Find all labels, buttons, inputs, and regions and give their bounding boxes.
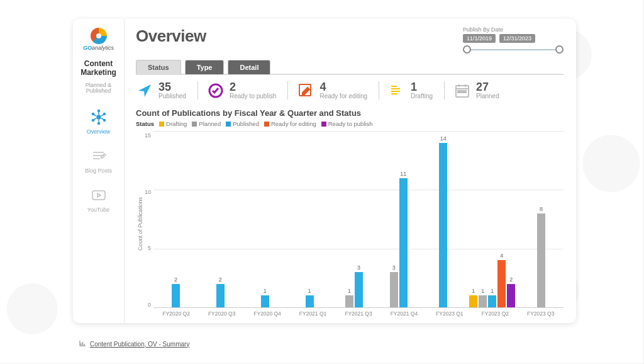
sidebar-item-blog-posts[interactable]: Blog Posts xyxy=(73,142,124,179)
bar[interactable]: 1 xyxy=(488,295,496,307)
kpi-ready-to-publish: 2 Ready to publish xyxy=(197,81,286,100)
page-title: Overview xyxy=(136,26,206,46)
svg-marker-17 xyxy=(97,193,101,197)
legend-swatch xyxy=(321,122,326,127)
sidebar-item-overview[interactable]: Overview xyxy=(73,103,124,140)
date-range: Publish By Date 11/1/2019 12/31/2023 xyxy=(463,26,564,54)
bar[interactable]: 1 xyxy=(469,295,477,307)
xaxis-tick: FY2023 Q1 xyxy=(427,308,472,317)
xaxis-tick: FY2021 Q4 xyxy=(381,308,426,317)
footer-link[interactable]: Content Publication, OV - Summary xyxy=(90,341,189,348)
sidebar-item-label: Overview xyxy=(87,128,111,135)
chart-bar-group[interactable]: 311 xyxy=(376,131,421,307)
sidebar-item-label: YouTube xyxy=(87,207,109,213)
bar[interactable]: 2 xyxy=(172,284,180,307)
kpi-published: 35 Published xyxy=(136,81,195,100)
bar[interactable]: 14 xyxy=(439,143,447,307)
chart-small-icon xyxy=(79,339,86,348)
legend-item[interactable]: Planned xyxy=(192,120,221,127)
bar[interactable]: 2 xyxy=(216,284,225,307)
bar-data-label: 3 xyxy=(357,264,360,271)
tabs: Status Type Detail xyxy=(136,59,564,75)
bar[interactable]: 8 xyxy=(537,213,545,307)
bar-data-label: 1 xyxy=(472,288,475,294)
svg-point-10 xyxy=(103,120,105,122)
published-icon xyxy=(136,82,153,100)
sidebar-section-subtitle: Planned & Published xyxy=(73,82,124,95)
legend-swatch xyxy=(264,122,269,127)
kpi-value: 35 xyxy=(158,81,186,93)
chart-title: Count of Publications by Fiscal Year & Q… xyxy=(136,108,564,118)
legend-swatch xyxy=(192,122,197,127)
legend-item[interactable]: Ready to publish xyxy=(321,120,373,127)
chart-plot-area: 22111331114111428 xyxy=(153,131,564,308)
chart-bar-group[interactable]: 1 xyxy=(243,131,287,307)
legend-item[interactable]: Drafting xyxy=(159,120,187,127)
xaxis-tick: FY2021 Q1 xyxy=(290,308,335,317)
bar[interactable]: 2 xyxy=(507,284,515,307)
tab-status[interactable]: Status xyxy=(136,60,181,74)
sidebar-section-title: Content Marketing xyxy=(73,60,124,77)
legend-label: Status xyxy=(136,120,154,127)
chart-bar-group[interactable]: 2 xyxy=(198,131,243,307)
bar[interactable]: 11 xyxy=(399,178,408,307)
chart-legend: StatusDraftingPlannedPublishedReady for … xyxy=(136,120,564,127)
date-range-from[interactable]: 11/1/2019 xyxy=(463,34,496,43)
chart-bar-group[interactable]: 14 xyxy=(421,131,465,307)
svg-point-9 xyxy=(92,113,94,115)
svg-point-12 xyxy=(103,113,105,115)
bar-data-label: 3 xyxy=(392,264,396,271)
bar-data-label: 4 xyxy=(500,253,503,259)
bar[interactable]: 1 xyxy=(345,295,353,307)
svg-rect-16 xyxy=(92,191,105,200)
kpi-label: Ready to publish xyxy=(230,93,277,100)
bar-data-label: 1 xyxy=(348,288,351,294)
chart-bar-group[interactable]: 1 xyxy=(287,131,332,307)
bar[interactable]: 1 xyxy=(479,295,487,307)
chart-yaxis-ticks: 151050 xyxy=(145,131,153,317)
kpi-value: 1 xyxy=(411,81,433,93)
svg-rect-29 xyxy=(461,91,463,93)
bar[interactable]: 3 xyxy=(355,272,363,307)
chart-bar-group[interactable]: 8 xyxy=(519,131,564,307)
bar-data-label: 11 xyxy=(400,171,406,177)
bar[interactable]: 1 xyxy=(261,295,269,307)
logo-icon xyxy=(91,28,107,44)
tab-detail[interactable]: Detail xyxy=(228,60,270,74)
chart-bar-group[interactable]: 13 xyxy=(332,131,377,307)
main-card: GOanalytics Content Marketing Planned & … xyxy=(73,19,576,323)
chart-bar-group[interactable]: 2 xyxy=(153,131,198,307)
kpi-label: Published xyxy=(158,93,186,100)
ready-for-editing-icon xyxy=(297,82,314,100)
kpi-value: 27 xyxy=(476,81,499,93)
tab-type[interactable]: Type xyxy=(185,60,225,74)
snowflake-icon xyxy=(90,108,108,126)
svg-rect-20 xyxy=(391,86,397,87)
drafting-icon xyxy=(388,82,406,100)
bar[interactable]: 1 xyxy=(306,295,314,307)
bar-data-label: 1 xyxy=(491,288,494,294)
kpi-label: Planned xyxy=(476,93,499,100)
legend-item[interactable]: Published xyxy=(226,120,259,127)
bar-data-label: 8 xyxy=(540,206,543,212)
date-range-to[interactable]: 12/31/2023 xyxy=(499,34,535,43)
kpi-value: 4 xyxy=(319,81,367,93)
bar-data-label: 1 xyxy=(264,288,267,294)
sidebar: GOanalytics Content Marketing Planned & … xyxy=(73,19,125,323)
sidebar-item-youtube[interactable]: YouTube xyxy=(73,181,124,218)
legend-item[interactable]: Ready for editing xyxy=(264,120,316,127)
bar[interactable]: 3 xyxy=(390,272,398,307)
slider-handle-right[interactable] xyxy=(555,45,564,54)
bar[interactable]: 4 xyxy=(497,260,506,307)
xaxis-tick: FY2023 Q3 xyxy=(518,308,564,317)
chart-yaxis-label: Count of Publications xyxy=(136,131,145,317)
slider-handle-left[interactable] xyxy=(463,45,471,54)
date-range-slider[interactable] xyxy=(463,45,564,54)
kpi-planned: 27 Planned xyxy=(444,81,508,100)
kpi-drafting: 1 Drafting xyxy=(379,81,441,100)
chart-bar-group[interactable]: 11142 xyxy=(465,131,519,307)
top-row: Overview Publish By Date 11/1/2019 12/31… xyxy=(136,26,564,54)
xaxis-tick: FY2023 Q2 xyxy=(472,308,518,317)
bar-data-label: 1 xyxy=(481,288,484,294)
play-icon xyxy=(90,186,108,204)
